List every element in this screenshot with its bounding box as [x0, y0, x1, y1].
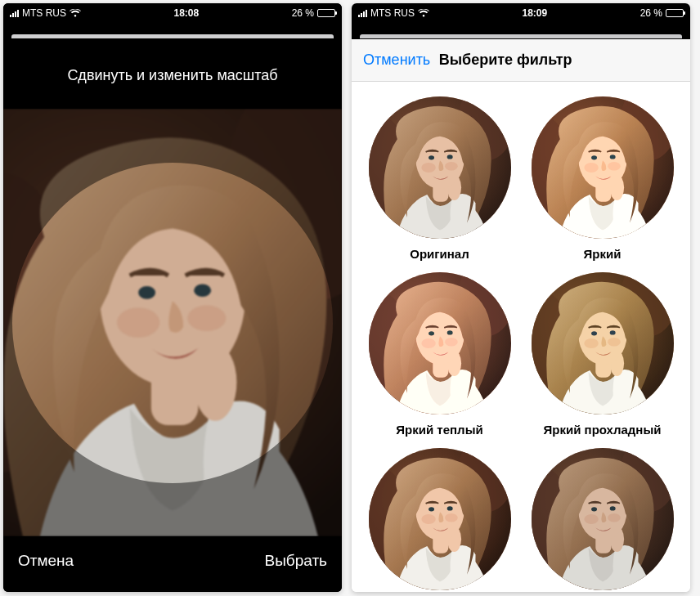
status-bar: MTS RUS 18:09 26 %	[352, 3, 690, 23]
crop-toolbar: Отмена Выбрать	[3, 536, 342, 592]
crop-viewport[interactable]	[3, 109, 342, 536]
filter-label: Яркий теплый	[363, 423, 516, 437]
wifi-icon	[418, 9, 429, 17]
filter-label: Яркий	[526, 247, 679, 261]
filter-navbar: Отменить Выберите фильтр	[352, 39, 690, 82]
signal-icon	[358, 9, 367, 17]
filter-option[interactable]: Оригинал	[363, 96, 516, 261]
wifi-icon	[70, 9, 81, 17]
filter-option[interactable]	[363, 448, 516, 592]
crop-title: Сдвинуть и изменить масштаб	[3, 39, 342, 109]
choose-button[interactable]: Выбрать	[264, 552, 327, 570]
carrier-label: MTS RUS	[370, 7, 415, 19]
battery-icon	[317, 9, 335, 17]
signal-icon	[10, 9, 19, 17]
cancel-button[interactable]: Отмена	[18, 552, 74, 570]
filter-thumbnail[interactable]	[369, 272, 511, 415]
filter-screen: MTS RUS 18:09 26 % Отменить Выберите фил…	[352, 3, 690, 592]
battery-icon	[666, 9, 684, 17]
status-bar: MTS RUS 18:08 26 %	[3, 3, 342, 23]
filter-option[interactable]: Яркий прохладный	[526, 272, 679, 437]
cancel-button[interactable]: Отменить	[363, 52, 430, 69]
filter-grid[interactable]: ОригиналЯркийЯркий теплыйЯркий прохладны…	[352, 82, 690, 592]
filter-thumbnail[interactable]	[532, 96, 674, 239]
crop-circle-mask	[12, 163, 333, 483]
filter-thumbnail[interactable]	[532, 448, 674, 590]
filter-thumbnail[interactable]	[532, 272, 674, 415]
crop-screen: MTS RUS 18:08 26 % Сдвинуть и изменить м…	[3, 3, 342, 592]
filter-thumbnail[interactable]	[369, 96, 511, 239]
battery-pct-label: 26 %	[640, 7, 662, 19]
filter-option[interactable]: Яркий теплый	[363, 272, 516, 437]
filter-thumbnail[interactable]	[369, 448, 511, 590]
status-time: 18:08	[173, 7, 199, 19]
carrier-label: MTS RUS	[22, 7, 66, 19]
filter-label: Оригинал	[363, 247, 516, 261]
status-time: 18:09	[522, 7, 547, 19]
filter-label: Яркий прохладный	[526, 423, 679, 437]
battery-pct-label: 26 %	[292, 7, 314, 19]
sheet-grabber[interactable]	[352, 23, 690, 39]
filter-option[interactable]: Яркий	[526, 96, 679, 261]
sheet-grabber[interactable]	[3, 23, 342, 39]
filter-option[interactable]	[526, 448, 679, 592]
